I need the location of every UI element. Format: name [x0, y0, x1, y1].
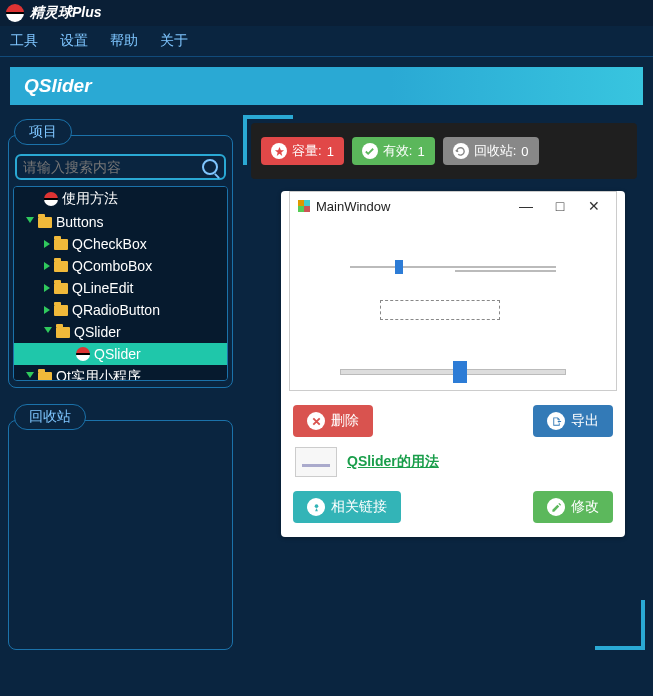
project-group-label: 项目	[14, 119, 72, 145]
refresh-icon	[453, 143, 469, 159]
folder-icon	[38, 217, 52, 228]
maximize-button[interactable]: □	[546, 198, 574, 214]
tree-item-buttons[interactable]: Buttons	[14, 211, 227, 233]
minimize-button[interactable]: —	[512, 198, 540, 214]
tree-item-usage[interactable]: 使用方法	[14, 187, 227, 211]
expand-icon[interactable]	[44, 306, 50, 314]
project-panel: 使用方法 Buttons QCheckBox QComboBox	[8, 135, 233, 388]
slider-handle-icon	[395, 260, 403, 274]
slider-handle-icon	[453, 361, 467, 383]
expand-icon[interactable]	[26, 217, 34, 227]
expand-icon[interactable]	[44, 240, 50, 248]
window-title: MainWindow	[316, 199, 390, 214]
project-tree[interactable]: 使用方法 Buttons QCheckBox QComboBox	[13, 186, 228, 381]
title-bar: 精灵球Plus	[0, 0, 653, 26]
export-icon	[547, 412, 565, 430]
doc-icon	[44, 192, 58, 206]
expand-icon[interactable]	[44, 262, 50, 270]
link-row: QSlider的用法	[281, 443, 625, 485]
search-input[interactable]	[23, 159, 202, 175]
related-links-button[interactable]: 相关链接	[293, 491, 401, 523]
recycle-badge[interactable]: 回收站:0	[443, 137, 539, 165]
valid-badge[interactable]: 有效:1	[352, 137, 435, 165]
recycle-panel	[8, 420, 233, 650]
main-area: 容量:1 有效:1 回收站:0 MainWindow — □ ✕	[243, 115, 645, 650]
preview-body	[290, 220, 616, 390]
corner-decoration-icon	[243, 115, 293, 165]
folder-icon	[38, 372, 52, 382]
folder-icon	[54, 305, 68, 316]
thumbnail-icon	[295, 447, 337, 477]
folder-icon	[54, 283, 68, 294]
search-icon[interactable]	[202, 159, 218, 175]
app-logo-icon	[6, 4, 24, 22]
tree-item-qslider-folder[interactable]: QSlider	[14, 321, 227, 343]
slider-track-icon	[455, 270, 556, 272]
slider-track-icon	[350, 266, 556, 268]
menu-bar: 工具 设置 帮助 关于	[0, 26, 653, 57]
folder-icon	[54, 239, 68, 250]
pencil-icon	[547, 498, 565, 516]
status-badges: 容量:1 有效:1 回收站:0	[251, 123, 637, 179]
tree-item-qcheckbox[interactable]: QCheckBox	[14, 233, 227, 255]
selection-rect-icon	[380, 300, 500, 320]
tree-item-qradio[interactable]: QRadioButton	[14, 299, 227, 321]
menu-about[interactable]: 关于	[160, 32, 188, 50]
usage-link[interactable]: QSlider的用法	[347, 453, 439, 471]
folder-icon	[54, 261, 68, 272]
preview-titlebar: MainWindow — □ ✕	[290, 192, 616, 220]
search-box[interactable]	[15, 154, 226, 180]
doc-icon	[76, 347, 90, 361]
app-title: 精灵球Plus	[30, 4, 102, 22]
delete-button[interactable]: 删除	[293, 405, 373, 437]
tree-item-qlineedit[interactable]: QLineEdit	[14, 277, 227, 299]
folder-icon	[56, 327, 70, 338]
expand-icon[interactable]	[44, 284, 50, 292]
page-title: QSlider	[10, 67, 643, 105]
menu-help[interactable]: 帮助	[110, 32, 138, 50]
preview-card: MainWindow — □ ✕	[281, 191, 625, 537]
tree-item-util[interactable]: Qt实用小程序	[14, 365, 227, 381]
check-icon	[362, 143, 378, 159]
tree-item-qslider[interactable]: QSlider	[14, 343, 227, 365]
preview-window: MainWindow — □ ✕	[289, 191, 617, 391]
edit-button[interactable]: 修改	[533, 491, 613, 523]
recycle-group-label: 回收站	[14, 404, 86, 430]
corner-decoration-icon	[595, 600, 645, 650]
expand-icon[interactable]	[44, 327, 52, 337]
menu-settings[interactable]: 设置	[60, 32, 88, 50]
svg-point-1	[314, 504, 318, 508]
window-app-icon	[298, 200, 310, 212]
expand-icon[interactable]	[26, 372, 34, 381]
pin-icon	[307, 498, 325, 516]
menu-tools[interactable]: 工具	[10, 32, 38, 50]
close-icon	[307, 412, 325, 430]
tree-item-qcombobox[interactable]: QComboBox	[14, 255, 227, 277]
close-button[interactable]: ✕	[580, 198, 608, 214]
export-button[interactable]: 导出	[533, 405, 613, 437]
slider-track-icon	[340, 369, 566, 375]
